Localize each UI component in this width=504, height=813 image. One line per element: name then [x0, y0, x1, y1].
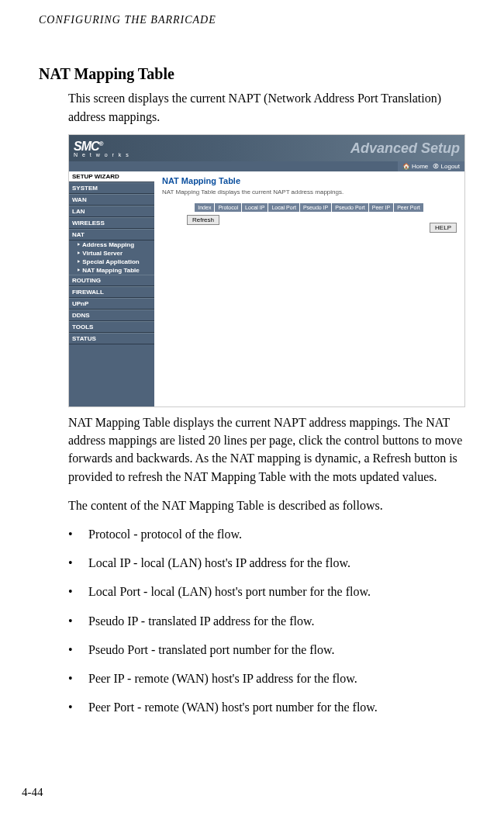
nav-routing[interactable]: ROUTING [69, 275, 154, 286]
col-local-ip: Local IP [242, 203, 268, 212]
main-panel: NAT Mapping Table NAT Mapping Table disp… [154, 171, 464, 406]
nav-firewall[interactable]: FIREWALL [69, 286, 154, 298]
running-header: CONFIGURING THE BARRICADE [39, 14, 465, 26]
nav-virtual-server[interactable]: ‣ Virtual Server [69, 249, 154, 258]
router-ui-screenshot: SMC® N e t w o r k s Advanced Setup 🏠 Ho… [68, 134, 465, 407]
intro-paragraph: This screen displays the current NAPT (N… [68, 89, 465, 126]
list-item: •Protocol - protocol of the flow. [68, 525, 465, 543]
list-item: •Pseudo IP - translated IP address for t… [68, 612, 465, 630]
nav-lan[interactable]: LAN [69, 206, 154, 217]
list-item: •Peer IP - remote (WAN) host's IP addres… [68, 669, 465, 687]
refresh-button[interactable]: Refresh [187, 215, 219, 225]
home-link[interactable]: 🏠 Home [402, 163, 429, 170]
advanced-setup-label: Advanced Setup [350, 140, 460, 157]
list-item: •Pseudo Port - translated port number fo… [68, 641, 465, 659]
panel-description: NAT Mapping Table displays the current N… [162, 189, 457, 195]
nav-address-mapping[interactable]: ‣ Address Mapping [69, 240, 154, 249]
ss-header: SMC® N e t w o r k s Advanced Setup [69, 135, 464, 161]
col-pseudo-port: Pseudo Port [332, 203, 369, 212]
nav-status[interactable]: STATUS [69, 333, 154, 344]
table-header-row: Index Protocol Local IP Local Port Pseud… [162, 203, 457, 212]
nav-special-application[interactable]: ‣ Special Application [69, 258, 154, 266]
nav-ddns[interactable]: DDNS [69, 310, 154, 321]
page-number: 4-44 [22, 786, 43, 799]
nav-nat-mapping-table[interactable]: ‣ NAT Mapping Table [69, 266, 154, 275]
nav-nat[interactable]: NAT [69, 229, 154, 240]
help-button[interactable]: HELP [430, 223, 457, 233]
col-protocol: Protocol [215, 203, 242, 212]
nav-wireless[interactable]: WIRELESS [69, 217, 154, 229]
col-peer-port: Peer Port [394, 203, 424, 212]
col-pseudo-ip: Pseudo IP [300, 203, 332, 212]
col-peer-ip: Peer IP [369, 203, 394, 212]
col-index: Index [195, 203, 215, 212]
description-paragraph: NAT Mapping Table displays the current N… [68, 413, 465, 486]
logout-link[interactable]: ⦿ Logout [433, 163, 460, 170]
smc-logo: SMC® N e t w o r k s [74, 140, 130, 157]
nav-tools[interactable]: TOOLS [69, 321, 154, 333]
sidebar-nav: SETUP WIZARD SYSTEM WAN LAN WIRELESS NAT… [69, 171, 154, 406]
followup-paragraph: The content of the NAT Mapping Table is … [68, 496, 465, 514]
section-title: NAT Mapping Table [39, 65, 465, 83]
list-item: •Peer Port - remote (WAN) host's port nu… [68, 698, 465, 716]
panel-title: NAT Mapping Table [162, 176, 457, 185]
col-local-port: Local Port [268, 203, 300, 212]
nav-setup-wizard[interactable]: SETUP WIZARD [69, 171, 154, 182]
list-item: •Local IP - local (LAN) host's IP addres… [68, 554, 465, 572]
nav-wan[interactable]: WAN [69, 194, 154, 206]
list-item: •Local Port - local (LAN) host's port nu… [68, 583, 465, 600]
bullet-list: •Protocol - protocol of the flow. •Local… [68, 525, 465, 716]
nav-system[interactable]: SYSTEM [69, 182, 154, 194]
nav-upnp[interactable]: UPnP [69, 298, 154, 310]
